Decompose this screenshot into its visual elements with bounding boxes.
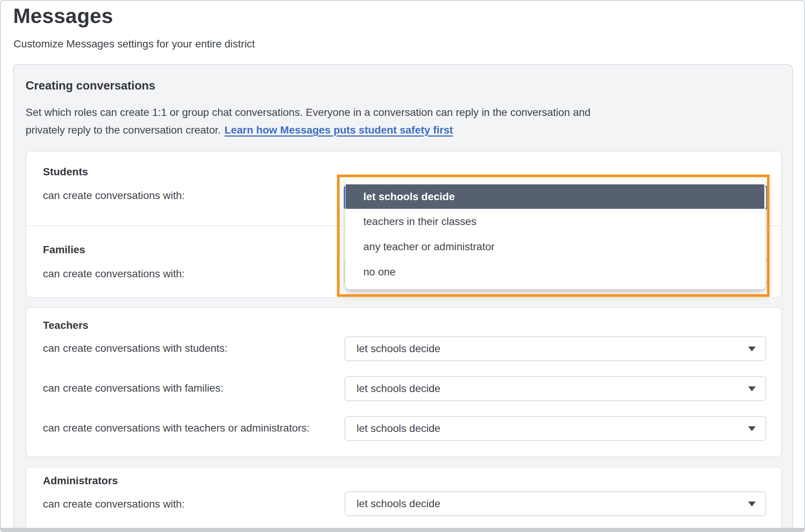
students-row-label: can create conversations with: — [43, 190, 185, 202]
teachers-with-teachers-admins-select[interactable]: let schools decide — [345, 416, 766, 441]
page-subtitle: Customize Messages settings for your ent… — [14, 38, 255, 50]
caret-down-icon — [748, 502, 756, 506]
administrators-row-label: can create conversations with: — [43, 498, 185, 510]
select-value: let schools decide — [357, 343, 441, 355]
window-bottom-edge — [1, 528, 804, 531]
role-title-administrators: Administrators — [43, 475, 118, 487]
section-description-line2: privately reply to the conversation crea… — [26, 124, 221, 136]
teachers-admins-row-label: can create conversations with teachers o… — [43, 422, 309, 434]
role-title-families: Families — [43, 244, 85, 256]
section-heading: Creating conversations — [26, 79, 156, 93]
section-description: Set which roles can create 1:1 or group … — [26, 103, 590, 139]
caret-down-icon — [748, 426, 756, 431]
families-row-label: can create conversations with: — [43, 268, 185, 280]
highlight-box — [337, 175, 770, 297]
administrators-card: Administrators can create conversations … — [26, 467, 782, 530]
section-description-line1: Set which roles can create 1:1 or group … — [26, 106, 590, 118]
role-title-students: Students — [43, 166, 88, 178]
creating-conversations-section: Creating conversations Set which roles c… — [13, 64, 793, 532]
administrators-select[interactable]: let schools decide — [345, 491, 766, 516]
select-value: let schools decide — [357, 423, 441, 435]
teachers-with-families-select[interactable]: let schools decide — [345, 376, 766, 401]
teachers-with-students-select[interactable]: let schools decide — [345, 336, 766, 361]
select-value: let schools decide — [357, 498, 441, 510]
role-title-teachers: Teachers — [43, 319, 88, 331]
teachers-card: Teachers can create conversations with s… — [26, 307, 782, 457]
caret-down-icon — [748, 347, 756, 351]
teachers-students-row-label: can create conversations with students: — [43, 342, 227, 354]
caret-down-icon — [748, 386, 756, 391]
select-value: let schools decide — [357, 383, 441, 395]
messages-settings-page: Messages Customize Messages settings for… — [0, 0, 805, 532]
page-title: Messages — [13, 4, 113, 28]
student-safety-link[interactable]: Learn how Messages puts student safety f… — [224, 124, 453, 136]
teachers-families-row-label: can create conversations with families: — [43, 382, 223, 394]
